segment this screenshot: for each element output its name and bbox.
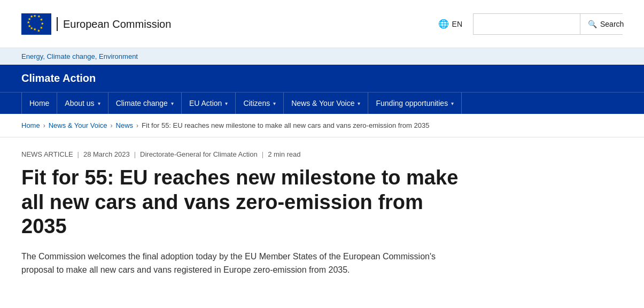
nav-item-home[interactable]: Home <box>21 93 57 114</box>
nav-item-about[interactable]: About us ▾ <box>57 93 108 114</box>
search-button[interactable]: 🔍 Search <box>580 14 631 34</box>
eu-flag: ★ ★ ★ ★ ★ ★ ★ ★ ★ ★ ★ ★ <box>21 13 51 35</box>
breadcrumb-separator: › <box>136 122 138 129</box>
site-title-bar: Climate Action <box>0 65 644 92</box>
nav-about-label: About us <box>65 99 94 107</box>
svg-text:★: ★ <box>33 14 36 18</box>
chevron-down-icon: ▾ <box>451 101 454 106</box>
article-read-time: 2 min read <box>268 150 300 158</box>
meta-separator: | <box>77 150 79 158</box>
search-bar: 🔍 Search <box>473 13 623 35</box>
breadcrumb-news[interactable]: News <box>116 121 134 129</box>
chevron-down-icon: ▾ <box>171 101 174 106</box>
ec-logo[interactable]: ★ ★ ★ ★ ★ ★ ★ ★ ★ ★ ★ ★ European Co <box>21 13 171 35</box>
main-nav: Home About us ▾ Climate change ▾ EU Acti… <box>0 92 644 114</box>
meta-separator: | <box>262 150 263 158</box>
logo-area: ★ ★ ★ ★ ★ ★ ★ ★ ★ ★ ★ ★ European Co <box>21 13 171 35</box>
header-right: 🌐 EN 🔍 Search <box>438 13 623 35</box>
article-date: 28 March 2023 <box>83 150 130 158</box>
chevron-down-icon: ▾ <box>98 101 100 106</box>
search-icon: 🔍 <box>588 20 597 28</box>
nav-funding-label: Funding opportunities <box>376 99 448 107</box>
article-intro: The Commission welcomes the final adopti… <box>21 250 460 277</box>
svg-text:★: ★ <box>27 20 30 24</box>
nav-item-funding[interactable]: Funding opportunities ▾ <box>368 93 462 114</box>
nav-news-label: News & Your Voice <box>291 99 354 107</box>
chevron-down-icon: ▾ <box>225 101 228 106</box>
breadcrumb-news-your-voice[interactable]: News & Your Voice <box>49 121 107 129</box>
svg-text:★: ★ <box>33 27 36 31</box>
nav-item-citizens[interactable]: Citizens ▾ <box>236 93 284 114</box>
svg-text:★: ★ <box>41 22 44 25</box>
search-label: Search <box>600 20 624 28</box>
nav-home-label: Home <box>29 99 49 107</box>
org-name: European Commission <box>57 17 171 31</box>
svg-text:★: ★ <box>28 24 31 27</box>
nav-item-news[interactable]: News & Your Voice ▾ <box>284 93 368 114</box>
breadcrumb-current: Fit for 55: EU reaches new milestone to … <box>142 121 429 129</box>
breadcrumb-separator: › <box>43 122 45 129</box>
breadcrumb-home[interactable]: Home <box>21 121 40 129</box>
nav-eu-action-label: EU Action <box>189 99 222 107</box>
globe-icon: 🌐 <box>438 19 449 29</box>
article-title: Fit for 55: EU reaches new milestone to … <box>21 166 460 239</box>
article-meta: NEWS ARTICLE | 28 March 2023 | Directora… <box>21 150 460 158</box>
chevron-down-icon: ▾ <box>358 101 360 106</box>
top-header: ★ ★ ★ ★ ★ ★ ★ ★ ★ ★ ★ ★ European Co <box>0 0 644 48</box>
nav-item-climate[interactable]: Climate change ▾ <box>108 93 182 114</box>
nav-climate-label: Climate change <box>116 99 168 107</box>
article-department: Directorate-General for Climate Action <box>140 150 258 158</box>
nav-citizens-label: Citizens <box>243 99 270 107</box>
breadcrumb: Home › News & Your Voice › News › Fit fo… <box>0 114 644 137</box>
article-area: NEWS ARTICLE | 28 March 2023 | Directora… <box>0 137 481 293</box>
language-code: EN <box>452 20 462 28</box>
site-title: Climate Action <box>21 72 96 84</box>
chevron-down-icon: ▾ <box>273 101 276 106</box>
topic-strip: Energy, Climate change, Environment <box>0 48 644 65</box>
article-type: NEWS ARTICLE <box>21 150 73 158</box>
search-input[interactable] <box>474 14 580 34</box>
svg-text:★: ★ <box>30 14 33 18</box>
meta-separator: | <box>134 150 136 158</box>
language-selector[interactable]: 🌐 EN <box>438 19 462 29</box>
breadcrumb-separator: › <box>111 122 113 129</box>
nav-item-eu-action[interactable]: EU Action ▾ <box>182 93 236 114</box>
topic-link[interactable]: Energy, Climate change, Environment <box>21 52 138 60</box>
